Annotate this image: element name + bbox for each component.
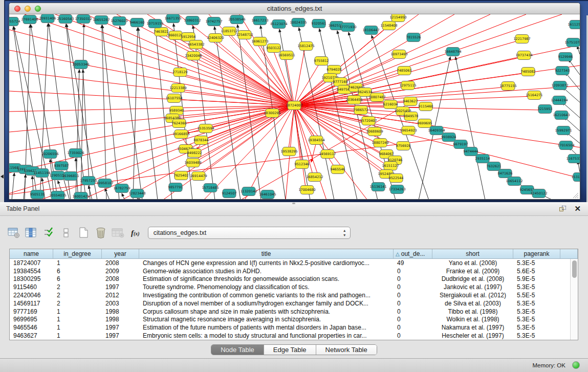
table-cell[interactable]: 0 — [394, 283, 432, 291]
collapse-handle-icon[interactable] — [1, 174, 4, 179]
table-cell[interactable]: 5.9E-5 — [513, 275, 560, 282]
row-select-icon[interactable] — [42, 226, 55, 239]
graph-node-15312044[interactable]: 15312044 — [571, 173, 580, 182]
graph-node-9756928[interactable]: 9756928 — [396, 142, 411, 150]
table-cell[interactable]: 14569117 — [10, 300, 53, 307]
graph-node-17334263[interactable]: 17334263 — [388, 185, 405, 194]
graph-node-11320142[interactable]: 11320142 — [240, 187, 257, 196]
graph-node-16617233[interactable]: 16617233 — [251, 16, 268, 25]
table-cell[interactable]: 9465546 — [10, 324, 53, 331]
table-cell[interactable]: 1 — [53, 259, 102, 267]
table-cell[interactable]: Changes of HCN gene expression and I(f) … — [139, 259, 394, 267]
graph-node-27691406[interactable]: 27691406 — [21, 15, 38, 24]
float-panel-icon[interactable] — [559, 206, 567, 212]
table-cell[interactable]: 19384554 — [10, 268, 53, 275]
table-cell[interactable]: 1998 — [102, 316, 139, 323]
graph-node-6216034[interactable]: 6216034 — [383, 100, 398, 109]
graph-node-10807487[interactable]: 10807487 — [368, 93, 385, 102]
graph-node-17016504[interactable]: 17016504 — [557, 141, 574, 150]
function-builder-icon[interactable]: f(x) — [131, 229, 140, 237]
table-cell[interactable]: 2 — [53, 300, 102, 307]
graph-node-9227343[interactable]: 9227343 — [555, 67, 570, 75]
graph-node-8471626[interactable]: 8471626 — [498, 169, 513, 178]
graph-node-25160543[interactable]: 25160543 — [57, 15, 74, 24]
graph-node-10958107[interactable]: 10958107 — [96, 179, 113, 188]
table-cell[interactable]: Hescheler et al. (1997) — [432, 332, 513, 339]
graph-node-16039489[interactable]: 16039489 — [184, 159, 201, 167]
graph-node-9522544[interactable]: 9522544 — [389, 174, 404, 183]
graph-node-16210643[interactable]: 16210643 — [553, 111, 570, 120]
graph-node-7485063[interactable]: 7485063 — [397, 67, 412, 75]
graph-node-12548712[interactable]: 12548712 — [236, 31, 253, 39]
graph-node-17957255[interactable]: 17957255 — [80, 177, 97, 185]
window-resize-grip[interactable] — [572, 191, 579, 199]
graph-node-9465546[interactable]: 9465546 — [331, 165, 345, 174]
column-header-pagerank[interactable]: pagerank — [513, 249, 560, 258]
network-window-titlebar[interactable]: citations_edges.txt — [9, 3, 580, 14]
table-row[interactable]: 946554611997Estimation of the future num… — [10, 323, 570, 332]
table-cell[interactable]: 2009 — [102, 268, 139, 275]
table-cell[interactable]: Wolkin et al. (1998) — [432, 316, 513, 323]
graph-node-9938924[interactable]: 9938924 — [442, 133, 456, 142]
graph-node-5912954[interactable]: 5912954 — [181, 33, 196, 41]
column-header-name[interactable]: name — [10, 249, 53, 258]
graph-node-9589340[interactable]: 9589340 — [169, 106, 184, 115]
table-cell[interactable]: 1997 — [102, 283, 139, 291]
graph-node-10688609[interactable]: 10688609 — [366, 127, 383, 136]
table-row[interactable]: 969969511998Structural magnetic resonanc… — [10, 316, 570, 324]
table-cell[interactable]: 1997 — [102, 332, 139, 339]
table-cell[interactable]: 9699695 — [10, 316, 53, 323]
graph-node-22406320[interactable]: 22406320 — [207, 34, 224, 42]
graph-node-15992971[interactable]: 15992971 — [555, 126, 572, 135]
graph-node-18300295[interactable]: 18300295 — [264, 109, 280, 118]
table-cell[interactable]: 2 — [53, 292, 102, 299]
table-cell[interactable]: 0 — [394, 292, 432, 299]
graph-node-7815526[interactable]: 7815526 — [406, 33, 421, 42]
graph-node-9397587[interactable]: 9397587 — [54, 162, 69, 170]
graph-node-16396811[interactable]: 16396811 — [62, 172, 79, 181]
delete-column-icon[interactable] — [94, 226, 107, 239]
graph-node-16671355[interactable]: 16671355 — [164, 14, 181, 23]
table-cell[interactable]: 0 — [394, 300, 432, 307]
graph-node-9857791[interactable]: 9857791 — [168, 183, 183, 192]
graph-node-10024335[interactable]: 10024335 — [290, 18, 307, 27]
graph-node-14569117[interactable]: 14569117 — [319, 150, 336, 159]
graph-node-20538546[interactable]: 20538546 — [228, 15, 245, 24]
network-canvas[interactable]: 1872400718300295193845547463822866012859… — [9, 14, 580, 200]
table-cell[interactable]: 1 — [53, 308, 102, 315]
graph-node-11853712[interactable]: 11853712 — [221, 27, 237, 36]
close-panel-icon[interactable]: ✕ — [574, 204, 581, 213]
tab-node-table[interactable]: Node Table — [211, 345, 264, 355]
graph-node-15751074[interactable]: 15751074 — [564, 38, 580, 47]
graph-node-20053346[interactable]: 20053346 — [72, 60, 89, 69]
table-cell[interactable]: 0 — [394, 268, 432, 275]
table-cell[interactable]: 1 — [53, 332, 102, 339]
graph-node-16001425[interactable]: 16001425 — [72, 192, 89, 200]
table-cell[interactable]: Nakamura et al. (1997) — [432, 324, 513, 331]
graph-node-16569511[interactable]: 16569511 — [278, 51, 295, 60]
table-cell[interactable]: 49 — [394, 259, 432, 267]
graph-node-20206556[interactable]: 20206556 — [41, 150, 58, 159]
table-cell[interactable]: 5.3E-5 — [513, 324, 560, 331]
graph-node-7986572[interactable]: 7986572 — [354, 106, 368, 115]
table-cell[interactable]: Structural magnetic resonance image aver… — [139, 316, 394, 323]
graph-node-10654112[interactable]: 10654112 — [506, 177, 522, 186]
table-cell[interactable]: 5.3E-5 — [513, 259, 560, 267]
graph-node-15718485[interactable]: 15718485 — [202, 184, 219, 192]
graph-node-7632621[interactable]: 7632621 — [487, 162, 502, 171]
graph-node-7624360[interactable]: 7624360 — [172, 119, 187, 128]
graph-node-19384554[interactable]: 19384554 — [308, 136, 324, 145]
table-cell[interactable]: 9463627 — [10, 332, 53, 339]
table-scrollbar[interactable] — [570, 259, 578, 340]
graph-node-16914479[interactable]: 16914479 — [190, 172, 207, 181]
table-cell[interactable]: 0 — [394, 308, 432, 315]
table-panel-header[interactable]: Table Panel ✕ — [0, 202, 588, 216]
column-header-year[interactable]: year — [102, 249, 139, 258]
graph-node-17350312[interactable]: 17350312 — [75, 15, 92, 24]
graph-node-17004680[interactable]: 17004680 — [298, 186, 315, 194]
table-cell[interactable]: 2012 — [102, 292, 139, 299]
table-row[interactable]: 1872400712008Changes of HCN gene express… — [10, 259, 570, 267]
graph-node-20931406[interactable]: 20931406 — [39, 14, 56, 23]
table-cell[interactable]: 9115460 — [10, 283, 53, 291]
graph-node-9320561[interactable]: 9320561 — [312, 19, 326, 28]
